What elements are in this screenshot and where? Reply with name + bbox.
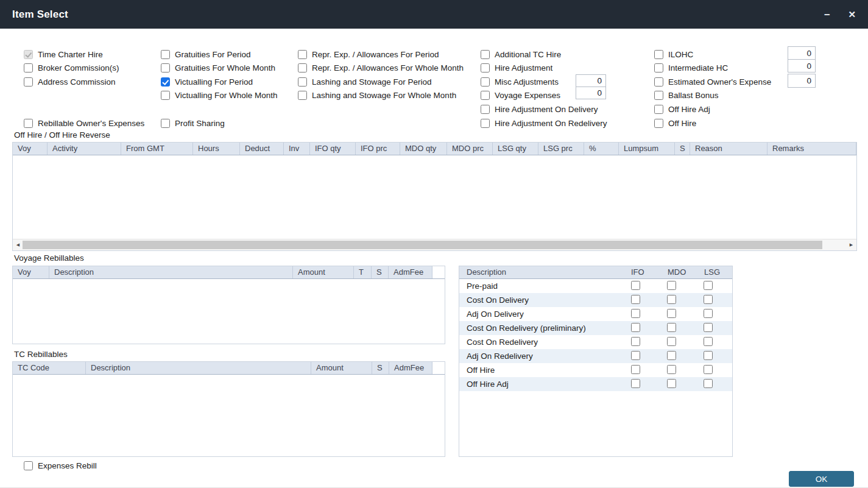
checkbox-box[interactable]	[24, 77, 33, 87]
checkbox-misc-adjustments[interactable]: Misc Adjustments	[481, 77, 559, 87]
checkbox-victualling-for-period[interactable]: Victualling For Period	[161, 77, 253, 87]
checkbox-cost-on-delivery-lsg[interactable]	[704, 295, 713, 304]
checkbox-estimated-owner-s-expense[interactable]: Estimated Owner's Expense	[654, 77, 771, 87]
checkbox-box[interactable]	[481, 91, 490, 100]
checkbox-box[interactable]	[161, 63, 170, 72]
checkbox-adj-on-delivery-mdo[interactable]	[667, 309, 676, 318]
checkbox-repr-exp-allowances-for-whole-month[interactable]: Repr. Exp. / Allowances For Whole Month	[298, 63, 464, 73]
checkbox-cost-on-redelivery-preliminary-ifo[interactable]	[631, 323, 640, 332]
scrollbar-thumb[interactable]	[23, 241, 822, 249]
column-header-remarks[interactable]: Remarks	[767, 143, 856, 155]
checkbox-box[interactable]	[24, 119, 33, 128]
column-header-ifo[interactable]: IFO	[624, 266, 660, 278]
checkbox-off-hire-lsg[interactable]	[704, 365, 713, 374]
column-header-from-gmt[interactable]: From GMT	[121, 143, 193, 155]
checkbox-cost-on-redelivery-preliminary-mdo[interactable]	[667, 323, 676, 332]
checkbox-box[interactable]	[654, 63, 663, 72]
column-header-t[interactable]: T	[354, 266, 372, 278]
column-header-mdo-prc[interactable]: MDO prc	[447, 143, 493, 155]
checkbox-cost-on-delivery-ifo[interactable]	[631, 295, 640, 304]
ilohc-value-input[interactable]	[788, 46, 816, 60]
estimated-owners-expense-value-input[interactable]	[788, 74, 816, 88]
checkbox-gratuities-for-whole-month[interactable]: Gratuities For Whole Month	[161, 63, 275, 73]
column-header-admfee[interactable]: AdmFee	[389, 266, 432, 278]
column-header-lumpsum[interactable]: Lumpsum	[619, 143, 675, 155]
intermediate-hc-value-input[interactable]	[788, 59, 816, 72]
column-header-hours[interactable]: Hours	[193, 143, 240, 155]
column-header-description[interactable]: Description	[459, 266, 624, 278]
checkbox-lashing-and-stowage-for-whole-month[interactable]: Lashing and Stowage For Whole Month	[298, 91, 456, 101]
column-header-activity[interactable]: Activity	[48, 143, 121, 155]
column-header-voy[interactable]: Voy	[13, 143, 48, 155]
checkbox-box[interactable]	[654, 105, 663, 114]
checkbox-off-hire-ifo[interactable]	[631, 365, 640, 374]
checkbox-box[interactable]	[161, 50, 170, 59]
checkbox-pre-paid-ifo[interactable]	[631, 281, 640, 290]
checkbox-off-hire-adj[interactable]: Off Hire Adj	[654, 104, 710, 114]
checkbox-cost-on-redelivery-lsg[interactable]	[704, 337, 713, 346]
checkbox-victualling-for-whole-month[interactable]: Victualling For Whole Month	[161, 91, 278, 101]
close-icon[interactable]: ✕	[848, 10, 856, 19]
checkbox-off-hire[interactable]: Off Hire	[654, 118, 696, 128]
checkbox-address-commission[interactable]: Address Commission	[24, 77, 116, 87]
checkbox-time-charter-hire[interactable]: Time Charter Hire	[24, 49, 103, 59]
checkbox-pre-paid-mdo[interactable]	[667, 281, 676, 290]
checkbox-box[interactable]	[24, 63, 33, 72]
checkbox-repr-exp-allowances-for-period[interactable]: Repr. Exp. / Allowances For Period	[298, 49, 439, 59]
checkbox-voyage-expenses[interactable]: Voyage Expenses	[481, 91, 560, 101]
checkbox-box[interactable]	[161, 77, 170, 87]
column-header-lsg-prc[interactable]: LSG prc	[538, 143, 584, 155]
checkbox-box[interactable]	[298, 91, 307, 100]
column-header-ifo-qty[interactable]: IFO qty	[310, 143, 356, 155]
column-header-tc-code[interactable]: TC Code	[13, 362, 86, 374]
checkbox-box[interactable]	[654, 91, 663, 100]
misc-adjustments-value-input[interactable]	[576, 74, 606, 87]
column-header-s[interactable]: S	[372, 362, 389, 374]
checkbox-cost-on-redelivery-mdo[interactable]	[667, 337, 676, 346]
column-header-mdo-qty[interactable]: MDO qty	[400, 143, 447, 155]
checkbox-hire-adjustment-on-redelivery[interactable]: Hire Adjustment On Redelivery	[481, 118, 607, 128]
checkbox-additional-tc-hire[interactable]: Additional TC Hire	[481, 49, 561, 59]
minimize-icon[interactable]: –	[824, 9, 830, 19]
voyage-expenses-value-input[interactable]	[576, 87, 606, 99]
checkbox-box[interactable]	[298, 63, 307, 72]
column-header-lsg-qty[interactable]: LSG qty	[493, 143, 538, 155]
checkbox-adj-on-delivery-ifo[interactable]	[631, 309, 640, 318]
column-header-ifo-prc[interactable]: IFO prc	[356, 143, 400, 155]
checkbox-box[interactable]	[298, 50, 307, 59]
checkbox-gratuities-for-period[interactable]: Gratuities For Period	[161, 49, 251, 59]
checkbox-box[interactable]	[481, 119, 490, 128]
column-header-[interactable]: %	[584, 143, 619, 155]
checkbox-off-hire-adj-ifo[interactable]	[631, 379, 640, 388]
checkbox-cost-on-redelivery-preliminary-lsg[interactable]	[704, 323, 713, 332]
ok-button[interactable]: OK	[789, 471, 854, 487]
checkbox-box[interactable]	[298, 77, 307, 87]
checkbox-ballast-bonus[interactable]: Ballast Bonus	[654, 91, 719, 101]
checkbox-ilohc[interactable]: ILOHC	[654, 49, 693, 59]
checkbox-adj-on-redelivery-mdo[interactable]	[667, 351, 676, 360]
checkbox-hire-adjustment[interactable]: Hire Adjustment	[481, 63, 552, 73]
checkbox-pre-paid-lsg[interactable]	[704, 281, 713, 290]
checkbox-off-hire-adj-mdo[interactable]	[667, 379, 676, 388]
checkbox-off-hire-mdo[interactable]	[667, 365, 676, 374]
column-header-s[interactable]: S	[372, 266, 389, 278]
checkbox-hire-adjustment-on-delivery[interactable]: Hire Adjustment On Delivery	[481, 104, 598, 114]
checkbox-box[interactable]	[481, 105, 490, 114]
checkbox-box[interactable]	[161, 91, 170, 100]
column-header-s[interactable]: S	[675, 143, 690, 155]
checkbox-rebillable-owner-s-expenses[interactable]: Rebillable Owner's Expenses	[24, 118, 144, 128]
column-header-mdo[interactable]: MDO	[660, 266, 697, 278]
checkbox-off-hire-adj-lsg[interactable]	[704, 379, 713, 388]
column-header-admfee[interactable]: AdmFee	[389, 362, 432, 374]
checkbox-box[interactable]	[481, 77, 490, 87]
column-header-amount[interactable]: Amount	[293, 266, 354, 278]
column-header-amount[interactable]: Amount	[311, 362, 372, 374]
column-header-reason[interactable]: Reason	[690, 143, 767, 155]
horizontal-scrollbar[interactable]: ◀ ▶	[13, 239, 856, 250]
checkbox-cost-on-delivery-mdo[interactable]	[667, 295, 676, 304]
checkbox-box[interactable]	[481, 63, 490, 72]
column-header-description[interactable]: Description	[49, 266, 293, 278]
checkbox-profit-sharing[interactable]: Profit Sharing	[161, 118, 225, 128]
checkbox-expenses-rebill[interactable]: Expenses Rebill	[24, 461, 97, 470]
checkbox-adj-on-redelivery-lsg[interactable]	[704, 351, 713, 360]
